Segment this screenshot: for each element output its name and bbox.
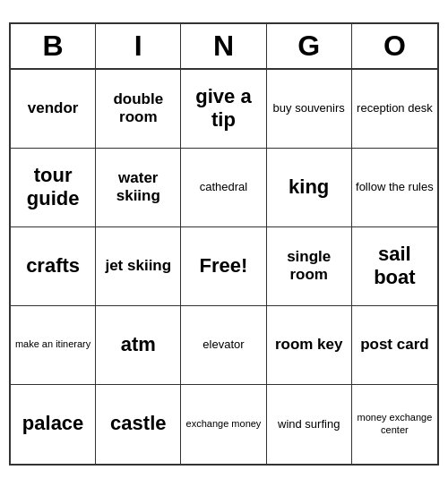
cell-text: room key: [275, 336, 343, 354]
bingo-cell: post card: [352, 306, 437, 385]
cell-text: exchange money: [186, 418, 262, 430]
cell-text: money exchange center: [356, 412, 434, 435]
cell-text: Free!: [200, 254, 248, 278]
bingo-cell: sail boat: [352, 227, 437, 306]
bingo-cell: atm: [96, 306, 181, 385]
cell-text: double room: [99, 90, 177, 127]
bingo-cell: give a tip: [181, 70, 266, 149]
header-letter: B: [11, 24, 96, 68]
cell-text: cathedral: [200, 180, 247, 194]
bingo-cell: exchange money: [181, 385, 266, 464]
cell-text: give a tip: [185, 85, 262, 132]
cell-text: atm: [121, 333, 156, 356]
bingo-cell: Free!: [181, 227, 266, 306]
cell-text: jet skiing: [105, 257, 171, 275]
bingo-cell: water skiing: [96, 149, 181, 227]
bingo-cell: wind surfing: [267, 385, 352, 464]
header-letter: N: [181, 24, 266, 68]
cell-text: sail boat: [356, 243, 434, 290]
header-letter: I: [96, 24, 181, 68]
cell-text: tour guide: [14, 164, 91, 211]
cell-text: vendor: [28, 99, 79, 117]
bingo-cell: jet skiing: [96, 227, 181, 306]
bingo-cell: palace: [11, 385, 96, 464]
cell-text: make an itinerary: [15, 338, 90, 350]
bingo-cell: crafts: [11, 227, 96, 306]
header-letter: O: [352, 24, 437, 68]
cell-text: crafts: [26, 254, 80, 278]
header-letter: G: [267, 24, 352, 68]
cell-text: reception desk: [357, 101, 433, 115]
cell-text: wind surfing: [278, 417, 340, 431]
bingo-cell: reception desk: [352, 70, 437, 149]
bingo-cell: single room: [267, 227, 352, 306]
cell-text: king: [289, 175, 329, 199]
cell-text: water skiing: [99, 169, 177, 206]
bingo-cell: double room: [96, 70, 181, 149]
bingo-cell: follow the rules: [352, 149, 437, 227]
bingo-cell: castle: [96, 385, 181, 464]
bingo-cell: money exchange center: [352, 385, 437, 464]
cell-text: single room: [271, 248, 348, 285]
cell-text: palace: [22, 412, 84, 435]
cell-text: castle: [110, 412, 166, 435]
bingo-cell: vendor: [11, 70, 96, 149]
bingo-cell: room key: [267, 306, 352, 385]
cell-text: elevator: [202, 337, 244, 352]
bingo-header: BINGO: [11, 24, 437, 70]
bingo-grid: vendordouble roomgive a tipbuy souvenirs…: [11, 70, 437, 464]
bingo-cell: king: [267, 149, 352, 227]
bingo-cell: buy souvenirs: [267, 70, 352, 149]
cell-text: post card: [360, 336, 429, 354]
bingo-cell: make an itinerary: [11, 306, 96, 385]
bingo-card: BINGO vendordouble roomgive a tipbuy sou…: [9, 22, 439, 466]
bingo-cell: elevator: [181, 306, 266, 385]
bingo-cell: cathedral: [181, 149, 266, 227]
cell-text: buy souvenirs: [273, 101, 345, 115]
bingo-cell: tour guide: [11, 149, 96, 227]
cell-text: follow the rules: [356, 180, 434, 194]
